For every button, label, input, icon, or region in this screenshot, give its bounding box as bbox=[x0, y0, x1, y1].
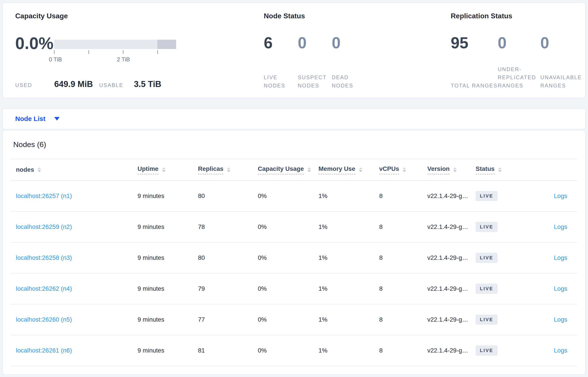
sort-up-arrow-icon bbox=[227, 167, 230, 169]
column-header-replicas[interactable]: Replicas bbox=[198, 165, 258, 174]
dead-nodes-value: 0 bbox=[332, 35, 366, 51]
table-row: localhost:26261 (n6) 9 minutes 81 0% 1% … bbox=[11, 335, 577, 366]
vcpus-cell: 8 bbox=[379, 285, 427, 292]
node-address-link[interactable]: localhost:26257 (n1) bbox=[16, 192, 72, 199]
column-header-vcpus[interactable]: vCPUs bbox=[379, 165, 427, 174]
column-header-memory_use[interactable]: Memory Use bbox=[318, 165, 379, 174]
table-row: localhost:26257 (n1) 9 minutes 80 0% 1% … bbox=[11, 181, 577, 212]
uptime-cell: 9 minutes bbox=[138, 254, 198, 261]
used-label: USED bbox=[15, 81, 32, 89]
vcpus-cell: 8 bbox=[379, 223, 427, 230]
under-replicated-ranges-label: UNDER-REPLICATED RANGES bbox=[498, 65, 540, 90]
unavailable-ranges-metric: 0 UNAVAILABLE RANGES bbox=[540, 35, 587, 90]
column-header-capacity_usage[interactable]: Capacity Usage bbox=[258, 165, 318, 174]
status-badge: LIVE bbox=[476, 284, 497, 294]
node-status-section: Node Status 6 LIVE NODES 0 SUSPECT NODES… bbox=[264, 12, 366, 90]
node-address-link[interactable]: localhost:26260 (n5) bbox=[16, 316, 72, 323]
sort-icon[interactable] bbox=[359, 167, 363, 172]
memory-use-cell: 1% bbox=[318, 223, 379, 230]
chevron-down-icon bbox=[54, 117, 59, 120]
sort-icon[interactable] bbox=[403, 167, 406, 172]
memory-use-cell: 1% bbox=[318, 316, 379, 323]
node-address-link[interactable]: localhost:26262 (n4) bbox=[16, 285, 72, 292]
under-replicated-ranges-metric: 0 UNDER-REPLICATED RANGES bbox=[498, 35, 540, 90]
capacity-usage-cell: 0% bbox=[258, 316, 318, 323]
logs-link[interactable]: Logs bbox=[554, 223, 567, 230]
capacity-bar-dark-segment bbox=[157, 40, 176, 49]
sort-up-arrow-icon bbox=[453, 167, 457, 169]
node-list-card: Nodes (6) nodes Uptime Replicas Capacity… bbox=[2, 130, 586, 375]
sort-icon[interactable] bbox=[307, 167, 311, 172]
column-header-label: Replicas bbox=[198, 165, 223, 174]
version-cell: v22.1.4-29-g… bbox=[427, 285, 476, 292]
axis-tick-label: 2 TiB bbox=[117, 56, 130, 63]
replicas-cell: 81 bbox=[198, 347, 258, 354]
logs-link[interactable]: Logs bbox=[554, 254, 567, 261]
replicas-cell: 78 bbox=[198, 223, 258, 230]
suspect-nodes-metric: 0 SUSPECT NODES bbox=[298, 35, 332, 90]
status-badge: LIVE bbox=[476, 345, 497, 356]
node-address-link[interactable]: localhost:26258 (n3) bbox=[16, 254, 72, 261]
sort-icon[interactable] bbox=[37, 167, 41, 172]
live-nodes-label: LIVE NODES bbox=[264, 73, 298, 90]
sort-icon[interactable] bbox=[453, 167, 457, 172]
sort-down-arrow-icon bbox=[162, 170, 165, 172]
sort-up-arrow-icon bbox=[162, 167, 165, 169]
sort-down-arrow-icon bbox=[498, 170, 502, 172]
sort-up-arrow-icon bbox=[37, 167, 41, 169]
column-header-label: Capacity Usage bbox=[258, 165, 304, 174]
column-header-nodes[interactable]: nodes bbox=[11, 166, 138, 173]
logs-link[interactable]: Logs bbox=[554, 347, 567, 354]
dead-nodes-metric: 0 DEAD NODES bbox=[332, 35, 366, 90]
replicas-cell: 79 bbox=[198, 285, 258, 292]
capacity-usage-cell: 0% bbox=[258, 347, 318, 354]
view-selector-dropdown[interactable]: Node List bbox=[3, 109, 585, 129]
column-header-uptime[interactable]: Uptime bbox=[138, 165, 198, 174]
replicas-cell: 80 bbox=[198, 254, 258, 261]
suspect-nodes-value: 0 bbox=[298, 35, 332, 51]
live-nodes-metric: 6 LIVE NODES bbox=[264, 35, 298, 90]
memory-use-cell: 1% bbox=[318, 347, 379, 354]
used-value: 649.9 MiB bbox=[54, 80, 93, 89]
column-header-status[interactable]: Status bbox=[476, 165, 525, 174]
version-cell: v22.1.4-29-g… bbox=[427, 254, 476, 261]
capacity-usage-cell: 0% bbox=[258, 285, 318, 292]
column-header-version[interactable]: Version bbox=[427, 165, 476, 174]
sort-down-arrow-icon bbox=[37, 170, 41, 172]
node-address-link[interactable]: localhost:26261 (n6) bbox=[16, 347, 72, 354]
under-replicated-ranges-value: 0 bbox=[498, 35, 540, 51]
node-address-link[interactable]: localhost:26259 (n2) bbox=[16, 223, 72, 230]
vcpus-cell: 8 bbox=[379, 316, 427, 323]
version-cell: v22.1.4-29-g… bbox=[427, 192, 476, 200]
column-header-label: Version bbox=[427, 165, 450, 174]
usable-label: USABLE bbox=[99, 81, 123, 89]
axis-tick bbox=[157, 50, 158, 54]
vcpus-cell: 8 bbox=[379, 347, 427, 354]
vcpus-cell: 8 bbox=[379, 192, 427, 200]
sort-down-arrow-icon bbox=[227, 170, 230, 172]
replicas-cell: 80 bbox=[198, 192, 258, 200]
suspect-nodes-label: SUSPECT NODES bbox=[298, 73, 332, 90]
total-ranges-value: 95 bbox=[451, 35, 498, 51]
capacity-usage-title: Capacity Usage bbox=[15, 12, 249, 20]
table-row: localhost:26260 (n5) 9 minutes 77 0% 1% … bbox=[11, 304, 577, 335]
sort-icon[interactable] bbox=[162, 167, 165, 172]
replication-status-title: Replication Status bbox=[451, 12, 587, 20]
capacity-bar-chart: 0 TiB 2 TiB bbox=[54, 40, 176, 69]
replication-status-section: Replication Status 95 TOTAL RANGES 0 UND… bbox=[451, 12, 587, 90]
sort-down-arrow-icon bbox=[359, 170, 363, 172]
table-row: localhost:26258 (n3) 9 minutes 80 0% 1% … bbox=[11, 243, 577, 273]
logs-link[interactable]: Logs bbox=[554, 316, 567, 323]
total-ranges-metric: 95 TOTAL RANGES bbox=[451, 35, 498, 90]
table-row: localhost:26259 (n2) 9 minutes 78 0% 1% … bbox=[11, 212, 577, 243]
view-selector-label[interactable]: Node List bbox=[15, 115, 46, 122]
live-nodes-value: 6 bbox=[264, 35, 298, 51]
table-header-row: nodes Uptime Replicas Capacity Usage Mem… bbox=[11, 159, 577, 181]
logs-link[interactable]: Logs bbox=[554, 192, 567, 199]
sort-icon[interactable] bbox=[227, 167, 230, 172]
table-row: localhost:26262 (n4) 9 minutes 79 0% 1% … bbox=[11, 273, 577, 304]
unavailable-ranges-label: UNAVAILABLE RANGES bbox=[540, 73, 587, 90]
logs-link[interactable]: Logs bbox=[554, 285, 567, 292]
vcpus-cell: 8 bbox=[379, 254, 427, 261]
sort-icon[interactable] bbox=[498, 167, 502, 172]
